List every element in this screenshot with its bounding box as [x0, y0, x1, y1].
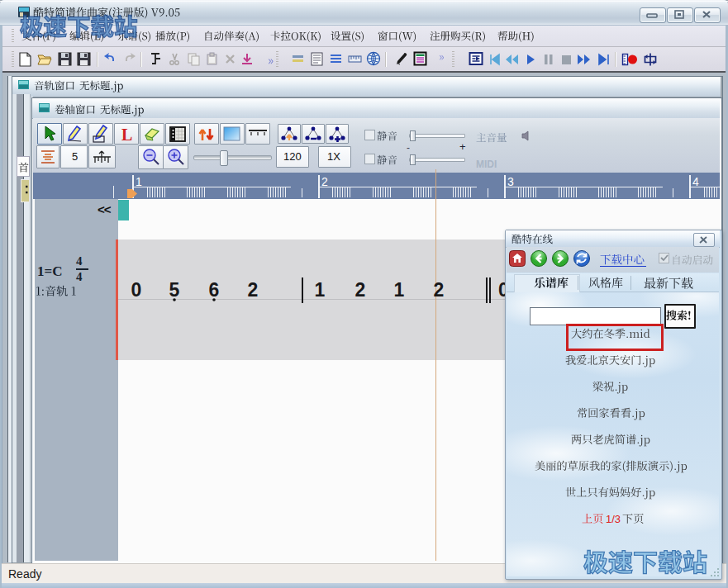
svg-text:L: L — [121, 126, 132, 144]
